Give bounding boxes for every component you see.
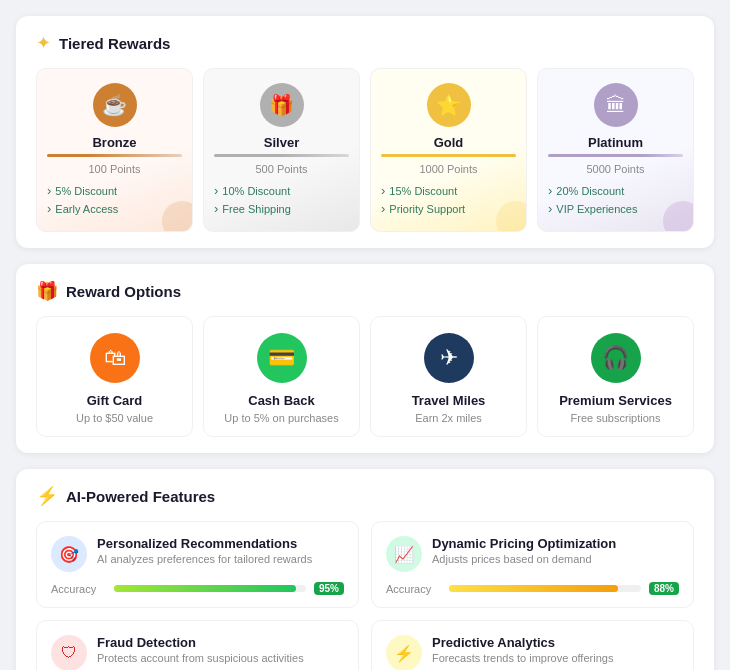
ai-feature-text-recommend: Personalized RecommendationsAI analyzes …	[97, 536, 312, 565]
tier-feature-silver: Free Shipping	[214, 201, 349, 216]
bolt-icon: ⚡	[36, 485, 58, 507]
progress-bar-bg-recommend	[114, 585, 306, 592]
reward-icon-gift: 🛍	[90, 333, 140, 383]
tier-feature-silver: 10% Discount	[214, 183, 349, 198]
tier-bar-platinum	[548, 154, 683, 157]
ai-feature-icon-fraud: 🛡	[51, 635, 87, 670]
reward-card-premium[interactable]: 🎧Premium ServicesFree subscriptions	[537, 316, 694, 437]
reward-icon-cash: 💳	[257, 333, 307, 383]
progress-bar-fill-recommend	[114, 585, 296, 592]
tier-bar-silver	[214, 154, 349, 157]
tier-card-silver: 🎁Silver500 Points10% DiscountFree Shippi…	[203, 68, 360, 232]
reward-card-travel[interactable]: ✈Travel MilesEarn 2x miles	[370, 316, 527, 437]
ai-feature-text-fraud: Fraud DetectionProtects account from sus…	[97, 635, 304, 664]
tier-points-bronze: 100 Points	[89, 163, 141, 175]
rewards-grid: 🛍Gift CardUp to $50 value💳Cash BackUp to…	[36, 316, 694, 437]
reward-icon-travel: ✈	[424, 333, 474, 383]
reward-options-title: Reward Options	[66, 283, 181, 300]
ai-features-header: ⚡ AI-Powered Features	[36, 485, 694, 507]
reward-name-cash: Cash Back	[248, 393, 314, 408]
tiered-rewards-section: ✦ Tiered Rewards ☕Bronze100 Points5% Dis…	[16, 16, 714, 248]
reward-name-travel: Travel Miles	[412, 393, 486, 408]
progress-bar-fill-pricing	[449, 585, 618, 592]
ai-feat-name-pricing: Dynamic Pricing Optimization	[432, 536, 616, 551]
tier-bar-bronze	[47, 154, 182, 157]
tiered-rewards-header: ✦ Tiered Rewards	[36, 32, 694, 54]
reward-card-gift[interactable]: 🛍Gift CardUp to $50 value	[36, 316, 193, 437]
ai-feature-header-analytics: ⚡Predictive AnalyticsForecasts trends to…	[386, 635, 679, 670]
ai-feature-card-recommend: 🎯Personalized RecommendationsAI analyzes…	[36, 521, 359, 608]
reward-options-section: 🎁 Reward Options 🛍Gift CardUp to $50 val…	[16, 264, 714, 453]
ai-feature-card-analytics: ⚡Predictive AnalyticsForecasts trends to…	[371, 620, 694, 670]
ai-feat-name-analytics: Predictive Analytics	[432, 635, 613, 650]
ai-feature-card-fraud: 🛡Fraud DetectionProtects account from su…	[36, 620, 359, 670]
reward-desc-travel: Earn 2x miles	[415, 412, 482, 424]
tier-name-bronze: Bronze	[92, 135, 136, 150]
tier-icon-bronze: ☕	[93, 83, 137, 127]
reward-card-cash[interactable]: 💳Cash BackUp to 5% on purchases	[203, 316, 360, 437]
ai-feature-text-pricing: Dynamic Pricing OptimizationAdjusts pric…	[432, 536, 616, 565]
accuracy-row-pricing: Accuracy88%	[386, 582, 679, 595]
ai-feat-desc-pricing: Adjusts prices based on demand	[432, 553, 616, 565]
reward-desc-premium: Free subscriptions	[571, 412, 661, 424]
tier-icon-silver: 🎁	[260, 83, 304, 127]
accuracy-badge-recommend: 95%	[314, 582, 344, 595]
ai-feat-name-recommend: Personalized Recommendations	[97, 536, 312, 551]
tiered-rewards-title: Tiered Rewards	[59, 35, 170, 52]
tier-points-gold: 1000 Points	[419, 163, 477, 175]
star-icon: ✦	[36, 32, 51, 54]
tier-card-bronze: ☕Bronze100 Points5% DiscountEarly Access	[36, 68, 193, 232]
tier-feature-bronze: 5% Discount	[47, 183, 182, 198]
tier-icon-gold: ⭐	[427, 83, 471, 127]
tier-feature-gold: 15% Discount	[381, 183, 516, 198]
accuracy-label-recommend: Accuracy	[51, 583, 106, 595]
ai-features-section: ⚡ AI-Powered Features 🎯Personalized Reco…	[16, 469, 714, 670]
tier-points-silver: 500 Points	[256, 163, 308, 175]
tier-icon-platinum: 🏛	[594, 83, 638, 127]
tier-feature-bronze: Early Access	[47, 201, 182, 216]
reward-desc-cash: Up to 5% on purchases	[224, 412, 338, 424]
tier-feature-gold: Priority Support	[381, 201, 516, 216]
ai-features-grid: 🎯Personalized RecommendationsAI analyzes…	[36, 521, 694, 670]
reward-name-gift: Gift Card	[87, 393, 143, 408]
reward-name-premium: Premium Services	[559, 393, 672, 408]
tier-feature-platinum: 20% Discount	[548, 183, 683, 198]
progress-bar-bg-pricing	[449, 585, 641, 592]
accuracy-badge-pricing: 88%	[649, 582, 679, 595]
tier-bar-gold	[381, 154, 516, 157]
reward-icon-premium: 🎧	[591, 333, 641, 383]
accuracy-row-recommend: Accuracy95%	[51, 582, 344, 595]
ai-feat-name-fraud: Fraud Detection	[97, 635, 304, 650]
ai-feature-header-pricing: 📈Dynamic Pricing OptimizationAdjusts pri…	[386, 536, 679, 572]
tiers-grid: ☕Bronze100 Points5% DiscountEarly Access…	[36, 68, 694, 232]
ai-feature-card-pricing: 📈Dynamic Pricing OptimizationAdjusts pri…	[371, 521, 694, 608]
ai-feat-desc-analytics: Forecasts trends to improve offerings	[432, 652, 613, 664]
page-container: ✦ Tiered Rewards ☕Bronze100 Points5% Dis…	[16, 16, 714, 670]
reward-options-header: 🎁 Reward Options	[36, 280, 694, 302]
tier-feature-platinum: VIP Experiences	[548, 201, 683, 216]
ai-feature-text-analytics: Predictive AnalyticsForecasts trends to …	[432, 635, 613, 664]
ai-feature-icon-analytics: ⚡	[386, 635, 422, 670]
gift-header-icon: 🎁	[36, 280, 58, 302]
tier-card-gold: ⭐Gold1000 Points15% DiscountPriority Sup…	[370, 68, 527, 232]
ai-feature-header-fraud: 🛡Fraud DetectionProtects account from su…	[51, 635, 344, 670]
tier-card-platinum: 🏛Platinum5000 Points20% DiscountVIP Expe…	[537, 68, 694, 232]
tier-name-silver: Silver	[264, 135, 299, 150]
tier-points-platinum: 5000 Points	[586, 163, 644, 175]
tier-name-gold: Gold	[434, 135, 464, 150]
ai-feature-icon-pricing: 📈	[386, 536, 422, 572]
ai-feat-desc-fraud: Protects account from suspicious activit…	[97, 652, 304, 664]
accuracy-label-pricing: Accuracy	[386, 583, 441, 595]
tier-name-platinum: Platinum	[588, 135, 643, 150]
ai-feature-header-recommend: 🎯Personalized RecommendationsAI analyzes…	[51, 536, 344, 572]
ai-feat-desc-recommend: AI analyzes preferences for tailored rew…	[97, 553, 312, 565]
ai-feature-icon-recommend: 🎯	[51, 536, 87, 572]
reward-desc-gift: Up to $50 value	[76, 412, 153, 424]
ai-features-title: AI-Powered Features	[66, 488, 215, 505]
